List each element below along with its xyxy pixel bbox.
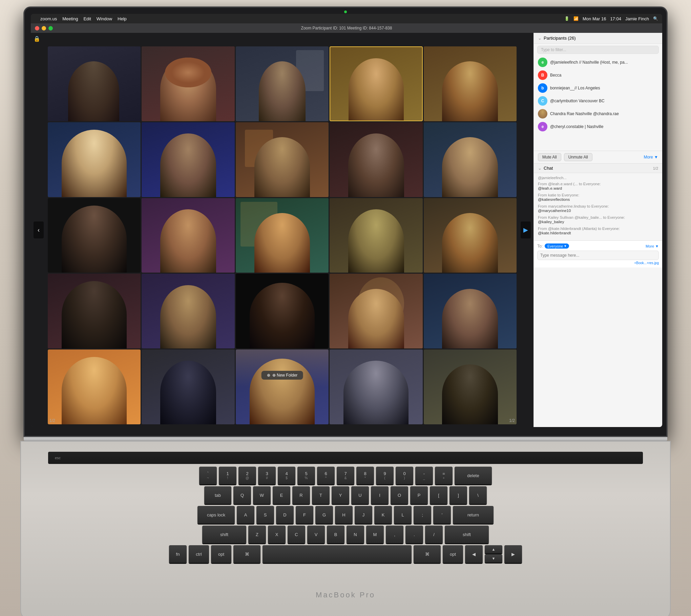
key-cmd-right[interactable]: ⌘ <box>414 545 441 563</box>
prev-page-button[interactable]: ‹ <box>34 221 44 238</box>
key-option-left[interactable]: opt <box>211 545 231 563</box>
key-2[interactable]: 2@ <box>238 467 256 484</box>
key-comma[interactable]: , <box>386 526 403 543</box>
key-c[interactable]: C <box>288 526 305 543</box>
key-8[interactable]: 8* <box>356 467 374 484</box>
key-x[interactable]: X <box>268 526 286 543</box>
chat-section: ⌄ Chat 1/2 @jamieleefinch... From @leah.… <box>534 163 662 268</box>
video-cell <box>330 198 422 273</box>
key-z[interactable]: Z <box>248 526 266 543</box>
key-0[interactable]: 0) <box>396 467 413 484</box>
key-m[interactable]: M <box>366 526 384 543</box>
participants-search-input[interactable]: Type to filter... <box>537 46 659 54</box>
menu-user[interactable]: Jamie Finch <box>625 16 649 21</box>
key-n[interactable]: N <box>347 526 364 543</box>
key-option-right[interactable]: opt <box>443 545 463 563</box>
page-indicator-right: 1/2 <box>509 418 515 423</box>
key-4[interactable]: 4$ <box>278 467 295 484</box>
key-h[interactable]: H <box>335 506 353 524</box>
key-o[interactable]: O <box>391 486 408 504</box>
close-button[interactable] <box>35 26 39 30</box>
maximize-button[interactable] <box>48 26 53 30</box>
new-folder-overlay[interactable]: ⊕ ⊕ New Folder <box>261 371 303 380</box>
key-g[interactable]: G <box>315 506 333 524</box>
key-slash[interactable]: / <box>425 526 443 543</box>
unmute-all-button[interactable]: Unmute All <box>564 153 592 161</box>
key-a[interactable]: A <box>237 506 254 524</box>
key-t[interactable]: T <box>312 486 330 504</box>
key-arrow-right[interactable]: ▶ <box>504 545 522 563</box>
search-icon[interactable]: 🔍 <box>653 16 658 21</box>
key-backtick[interactable]: `~ <box>199 467 217 484</box>
zoom-window: 🔒 ‹ <box>31 33 662 427</box>
chat-page-indicator: 1/2 <box>653 166 658 170</box>
key-tab[interactable]: tab <box>204 486 231 504</box>
key-space[interactable] <box>263 545 412 563</box>
mute-all-button[interactable]: Mute All <box>538 153 561 161</box>
key-j[interactable]: J <box>355 506 372 524</box>
key-fn[interactable]: fn <box>169 545 187 563</box>
key-caps[interactable]: caps lock <box>197 506 235 524</box>
touchbar-esc[interactable]: esc <box>55 456 61 460</box>
key-1[interactable]: 1! <box>219 467 236 484</box>
key-delete[interactable]: delete <box>455 467 492 484</box>
key-rbracket[interactable]: ] <box>449 486 467 504</box>
key-5[interactable]: 5% <box>297 467 315 484</box>
key-minus[interactable]: -_ <box>415 467 433 484</box>
key-backslash[interactable]: \ <box>469 486 487 504</box>
key-y[interactable]: Y <box>332 486 349 504</box>
window-menu-item[interactable]: Window <box>97 16 112 21</box>
participant-item: e @cheryl.constable | Nashville <box>534 120 662 133</box>
chat-message-input[interactable] <box>537 251 659 260</box>
key-u[interactable]: U <box>351 486 369 504</box>
chat-to-label: To: <box>537 244 543 249</box>
key-6[interactable]: 6^ <box>317 467 335 484</box>
key-k[interactable]: K <box>374 506 392 524</box>
key-cmd-left[interactable]: ⌘ <box>233 545 260 563</box>
app-menu-item[interactable]: zoom.us <box>40 16 57 21</box>
chat-more-link[interactable]: More ▼ <box>646 244 659 248</box>
key-shift-right[interactable]: shift <box>445 526 489 543</box>
help-menu-item[interactable]: Help <box>118 16 127 21</box>
key-arrow-updown: ▲ ▼ <box>485 545 502 563</box>
key-d[interactable]: D <box>276 506 294 524</box>
key-r[interactable]: R <box>292 486 310 504</box>
key-arrow-up[interactable]: ▲ <box>485 545 502 553</box>
key-7[interactable]: 7& <box>337 467 354 484</box>
participants-more-button[interactable]: More ▼ <box>644 153 658 161</box>
key-p[interactable]: P <box>410 486 428 504</box>
chat-to-everyone[interactable]: Everyone ▾ <box>545 243 569 249</box>
key-l[interactable]: L <box>394 506 412 524</box>
key-v[interactable]: V <box>307 526 325 543</box>
key-period[interactable]: . <box>405 526 423 543</box>
key-i[interactable]: I <box>371 486 389 504</box>
key-b[interactable]: B <box>327 526 344 543</box>
next-page-button[interactable]: ▶ <box>521 221 531 238</box>
key-arrow-down[interactable]: ▼ <box>485 554 502 562</box>
edit-menu-item[interactable]: Edit <box>83 16 91 21</box>
key-quote[interactable]: ' <box>433 506 451 524</box>
key-return[interactable]: return <box>453 506 494 524</box>
chat-input-area: To: Everyone ▾ More ▼ +Book...+res.jpg <box>534 240 662 268</box>
meeting-menu-item[interactable]: Meeting <box>62 16 78 21</box>
key-semicolon[interactable]: ; <box>414 506 431 524</box>
video-cell <box>424 349 517 424</box>
key-lbracket[interactable]: [ <box>430 486 447 504</box>
key-shift-left[interactable]: shift <box>202 526 246 543</box>
key-s[interactable]: S <box>256 506 274 524</box>
key-q[interactable]: Q <box>233 486 251 504</box>
key-arrow-left[interactable]: ◀ <box>465 545 483 563</box>
touch-bar[interactable]: esc <box>48 452 643 464</box>
key-ctrl[interactable]: ctrl <box>189 545 209 563</box>
key-9[interactable]: 9( <box>376 467 394 484</box>
keyboard-inner: esc `~ 1! 2@ 3# 4$ 5% 6^ 7& 8* 9( 0) -_ … <box>48 452 643 597</box>
key-e[interactable]: E <box>273 486 290 504</box>
key-f[interactable]: F <box>296 506 313 524</box>
chat-header: ⌄ Chat 1/2 <box>534 164 662 173</box>
key-equals[interactable]: =+ <box>435 467 453 484</box>
key-w[interactable]: W <box>253 486 271 504</box>
key-3[interactable]: 3# <box>258 467 276 484</box>
participants-collapse-icon[interactable]: ⌄ <box>538 36 542 41</box>
chat-collapse-icon[interactable]: ⌄ <box>538 166 542 171</box>
minimize-button[interactable] <box>42 26 46 30</box>
